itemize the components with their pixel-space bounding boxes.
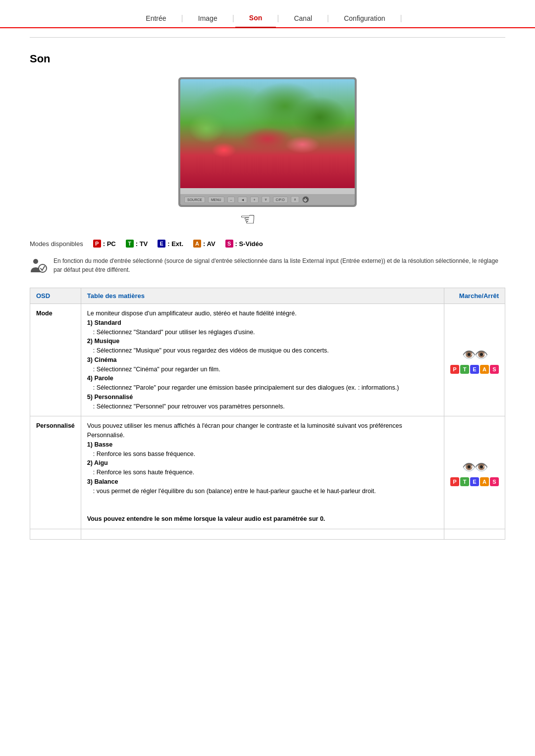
eyes-icon-mode: 👁️👁️	[462, 347, 487, 363]
pteas-row-mode: P T E A S	[450, 365, 499, 374]
page-title: Son	[30, 52, 505, 65]
mode-sub-perso-detail: : Sélectionnez "Personnel" pour retrouve…	[93, 402, 438, 411]
pteas-t: T	[460, 365, 469, 374]
nav-sep-5: |	[399, 14, 403, 23]
perso-sub-basse-heading: 1) Basse	[87, 441, 112, 448]
tv-bottom-bar	[180, 188, 355, 194]
mode-av-label: : AV	[203, 240, 215, 248]
tv-btn-down[interactable]: ∨	[262, 196, 270, 203]
pteas-row-perso: P T E A S	[450, 477, 499, 486]
tv-monitor: SOURCE MENU – ◄ + ∨ C/P.O ∧ ⏻	[178, 77, 357, 207]
table-header-marche: Marche/Arrêt	[444, 288, 505, 304]
badge-a: A	[193, 240, 201, 248]
tv-btn-cipc[interactable]: C/P.O	[273, 197, 288, 203]
modes-row: Modes disponibles P : PC T : TV E : Ext.…	[30, 240, 505, 248]
mode-tv-label: : TV	[136, 240, 148, 248]
row-perso-intro: Vous pouvez utiliser les menus affichés …	[87, 422, 402, 439]
perso-sub-basse-detail: : Renforce les sons basse fréquence.	[93, 450, 438, 459]
note-icon	[30, 257, 48, 279]
perso-sub-balance-detail: : vous permet de régler l'équilibre du s…	[93, 487, 438, 496]
perso-sub-aigu-heading: 2) Aigu	[87, 459, 108, 466]
mode-sub-perso-heading: 5) Personnalisé	[87, 394, 133, 401]
mode-sub-parole-detail: : Sélectionnez "Parole" pour regarder un…	[93, 383, 438, 393]
tv-btn-speaker[interactable]: ◄	[238, 197, 247, 203]
table-header-content: Table des matières	[81, 288, 444, 304]
note-svg-icon	[30, 257, 48, 275]
pteas-t2: T	[460, 477, 469, 486]
mode-sub-cinema-detail: : Sélectionnez "Cinéma" pour regarder un…	[93, 365, 438, 374]
mode-svideo-label: : S-Vidéo	[235, 240, 263, 248]
perso-sub-balance-heading: 3) Balance	[87, 478, 118, 485]
mode-ext: E : Ext.	[158, 240, 183, 248]
page-content: Son SOURCE MENU – ◄ + ∨ C/P.O ∧ ⏻ ☜	[0, 38, 535, 559]
perso-sub-aigu-detail: : Renforce les sons haute fréquence.	[93, 468, 438, 477]
nav-canal[interactable]: Canal	[280, 9, 326, 27]
mode-sub-musique-detail: : Sélectionnez "Musique" pour vous regar…	[93, 346, 438, 355]
mode-svideo: S : S-Vidéo	[225, 240, 263, 248]
pteas-e: E	[470, 365, 479, 374]
table-header-osd: OSD	[30, 288, 81, 304]
tv-controls: SOURCE MENU – ◄ + ∨ C/P.O ∧ ⏻	[180, 194, 355, 205]
tv-btn-source[interactable]: SOURCE	[184, 197, 205, 203]
pteas-a: A	[480, 365, 489, 374]
pteas-p2: P	[450, 477, 459, 486]
row-mode-label: Mode	[30, 304, 81, 416]
mode-pc-label: : PC	[103, 240, 116, 248]
row-perso-content: Vous pouvez utiliser les menus affichés …	[81, 416, 444, 529]
mode-sub-standard-heading: 1) Standard	[87, 319, 121, 326]
mode-ext-label: : Ext.	[167, 240, 183, 248]
empty-label	[30, 529, 81, 539]
svg-point-1	[39, 264, 47, 272]
tv-btn-minus[interactable]: –	[227, 197, 235, 203]
tv-btn-power[interactable]: ⏻	[302, 196, 309, 203]
pteas-s: S	[490, 365, 499, 374]
tv-btn-up[interactable]: ∧	[291, 196, 299, 203]
nav-image[interactable]: Image	[184, 9, 231, 27]
badge-s: S	[225, 240, 233, 248]
badge-t: T	[126, 240, 134, 248]
tv-section: SOURCE MENU – ◄ + ∨ C/P.O ∧ ⏻ ☜	[30, 77, 505, 230]
table-row-empty	[30, 529, 505, 539]
pteas-p: P	[450, 365, 459, 374]
nav-sep-1: |	[180, 14, 184, 23]
osd-table: OSD Table des matières Marche/Arrêt Mode…	[30, 288, 505, 540]
mode-sub-musique-heading: 2) Musique	[87, 338, 119, 345]
nav-entree[interactable]: Entrée	[132, 9, 180, 27]
nav-sep-4: |	[326, 14, 330, 23]
nav-sep-2: |	[231, 14, 235, 23]
badge-p: P	[93, 240, 101, 248]
mode-tv: T : TV	[126, 240, 148, 248]
row-mode-content: Le moniteur dispose d'un amplificateur a…	[81, 304, 444, 416]
pteas-e2: E	[470, 477, 479, 486]
top-navigation: Entrée | Image | Son | Canal | Configura…	[0, 0, 535, 28]
table-row-mode: Mode Le moniteur dispose d'un amplificat…	[30, 304, 505, 416]
tv-btn-plus[interactable]: +	[250, 197, 258, 203]
empty-content	[81, 529, 444, 539]
nav-son[interactable]: Son	[235, 9, 276, 28]
nav-sep-3: |	[276, 14, 280, 23]
note-box: En fonction du mode d'entrée sélectionné…	[30, 256, 505, 279]
svg-point-0	[33, 259, 38, 264]
row-mode-intro: Le moniteur dispose d'un amplificateur a…	[87, 310, 297, 317]
eyes-icon-perso: 👁️👁️	[462, 459, 487, 475]
tv-btn-menu[interactable]: MENU	[208, 197, 224, 203]
table-row-perso: Personnalisé Vous pouvez utiliser les me…	[30, 416, 505, 529]
row-mode-icon: 👁️👁️ P T E A S	[444, 304, 505, 416]
tv-screen	[180, 79, 355, 188]
nav-configuration[interactable]: Configuration	[330, 9, 399, 27]
mode-sub-standard-detail: : Sélectionnez "Standard" pour utiliser …	[93, 328, 438, 337]
empty-icon	[444, 529, 505, 539]
modes-label: Modes disponibles	[30, 240, 83, 248]
badge-e: E	[158, 240, 165, 248]
tv-wrapper: SOURCE MENU – ◄ + ∨ C/P.O ∧ ⏻ ☜	[178, 77, 357, 230]
perso-extra-note: Vous pouvez entendre le son même lorsque…	[87, 515, 325, 522]
mode-sub-parole-heading: 4) Parole	[87, 375, 113, 382]
row-perso-icon: 👁️👁️ P T E A S	[444, 416, 505, 529]
pteas-s2: S	[490, 477, 499, 486]
mode-pc: P : PC	[93, 240, 116, 248]
note-text: En fonction du mode d'entrée sélectionné…	[54, 256, 505, 274]
pteas-a2: A	[480, 477, 489, 486]
pteas-group-perso: 👁️👁️ P T E A S	[450, 459, 499, 486]
mode-av: A : AV	[193, 240, 215, 248]
row-perso-label: Personnalisé	[30, 416, 81, 529]
